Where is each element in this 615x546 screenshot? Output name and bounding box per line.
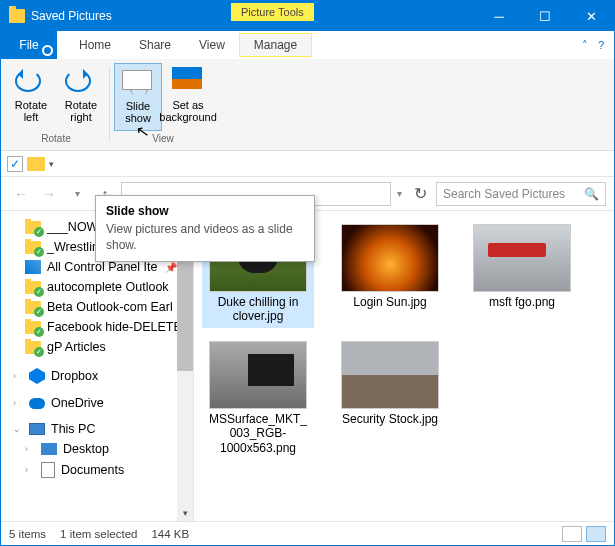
- recent-locations-dropdown[interactable]: ▾: [65, 182, 89, 206]
- titlebar: Saved Pictures Picture Tools ─ ☐ ✕: [1, 1, 614, 31]
- file-menu[interactable]: File: [1, 31, 57, 59]
- file-thumbnail: [342, 342, 438, 408]
- explorer-window: Saved Pictures Picture Tools ─ ☐ ✕ File …: [0, 0, 615, 546]
- tab-home[interactable]: Home: [65, 31, 125, 59]
- file-thumbnail: [210, 342, 306, 408]
- minimize-button[interactable]: ─: [476, 1, 522, 31]
- tree-item[interactable]: Beta Outlook-com Earl📌: [3, 297, 191, 317]
- view-details-button[interactable]: [562, 526, 582, 542]
- tooltip: Slide show View pictures and videos as a…: [95, 195, 315, 262]
- view-thumbnails-button[interactable]: [586, 526, 606, 542]
- help-icon[interactable]: ?: [598, 39, 604, 51]
- rotate-right-icon: [65, 70, 91, 92]
- rotate-left-button[interactable]: Rotate left: [7, 63, 55, 131]
- ribbon-collapse-icon[interactable]: ˄: [582, 39, 588, 52]
- rotate-right-button[interactable]: Rotate right: [57, 63, 105, 131]
- dropbox-icon: [29, 368, 45, 384]
- scroll-down-icon[interactable]: ▾: [177, 505, 193, 521]
- set-as-background-button[interactable]: Set as background: [164, 63, 212, 131]
- folder-icon: [9, 9, 25, 23]
- ribbon: Rotate left Rotate right Rotate Slide sh…: [1, 59, 614, 151]
- status-selection: 1 item selected: [60, 528, 137, 540]
- refresh-button[interactable]: ↻: [408, 184, 432, 203]
- status-item-count: 5 items: [9, 528, 46, 540]
- tree-item-onedrive[interactable]: ›OneDrive: [3, 393, 191, 413]
- slideshow-icon: [122, 70, 152, 90]
- file-item[interactable]: msft fgo.png: [466, 221, 578, 328]
- tab-view[interactable]: View: [185, 31, 239, 59]
- tree-item[interactable]: Facebook hide-DELETE📌: [3, 317, 191, 337]
- pc-icon: [29, 423, 45, 435]
- tooltip-body: View pictures and videos as a slide show…: [106, 222, 304, 253]
- tree-item-desktop[interactable]: ›Desktop: [3, 439, 191, 459]
- tree-item-thispc[interactable]: ⌄This PC: [3, 419, 191, 439]
- file-name: MSSurface_MKT_003_RGB-1000x563.png: [206, 412, 310, 455]
- tree-item-dropbox[interactable]: ›Dropbox: [3, 365, 191, 387]
- background-icon: [172, 67, 202, 89]
- search-box[interactable]: Search Saved Pictures 🔍: [436, 182, 606, 206]
- file-name: Login Sun.jpg: [353, 295, 426, 309]
- file-thumbnail: [474, 225, 570, 291]
- context-tab-picture-tools[interactable]: Picture Tools: [231, 3, 314, 21]
- file-thumbnail: [342, 225, 438, 291]
- file-name: Duke chilling in clover.jpg: [206, 295, 310, 324]
- qat-dropdown[interactable]: ▾: [49, 159, 54, 169]
- address-dropdown[interactable]: ▾: [395, 188, 404, 199]
- select-all-checkbox[interactable]: ✓: [7, 156, 23, 172]
- control-panel-icon: [25, 260, 41, 274]
- close-button[interactable]: ✕: [568, 1, 614, 31]
- file-name: msft fgo.png: [489, 295, 555, 309]
- ring-icon: [42, 45, 53, 56]
- maximize-button[interactable]: ☐: [522, 1, 568, 31]
- onedrive-icon: [29, 398, 45, 409]
- tab-share[interactable]: Share: [125, 31, 185, 59]
- tree-item[interactable]: gP Articles: [3, 337, 191, 357]
- tooltip-title: Slide show: [106, 204, 304, 218]
- slide-show-button[interactable]: Slide show: [114, 63, 162, 131]
- forward-button[interactable]: →: [37, 182, 61, 206]
- tree-item[interactable]: autocomplete Outlook📌: [3, 277, 191, 297]
- file-item[interactable]: Security Stock.jpg: [334, 338, 446, 459]
- ribbon-group-view: View: [152, 131, 174, 146]
- tree-item-documents[interactable]: ›Documents: [3, 459, 191, 481]
- quick-access-toolbar: ✓ ▾: [1, 151, 614, 177]
- folder-icon: [27, 157, 45, 171]
- file-name: Security Stock.jpg: [342, 412, 438, 426]
- documents-icon: [41, 462, 55, 478]
- back-button[interactable]: ←: [9, 182, 33, 206]
- rotate-left-icon: [15, 70, 41, 92]
- menubar: File Home Share View Manage ˄ ?: [1, 31, 614, 59]
- ribbon-group-rotate: Rotate: [41, 131, 70, 146]
- desktop-icon: [41, 443, 57, 455]
- status-size: 144 KB: [151, 528, 189, 540]
- window-title: Saved Pictures: [31, 9, 112, 23]
- search-placeholder: Search Saved Pictures: [443, 187, 565, 201]
- file-item[interactable]: MSSurface_MKT_003_RGB-1000x563.png: [202, 338, 314, 459]
- pin-icon: 📌: [165, 262, 177, 273]
- tab-manage[interactable]: Manage: [239, 33, 312, 57]
- file-item[interactable]: Login Sun.jpg: [334, 221, 446, 328]
- search-icon[interactable]: 🔍: [584, 187, 599, 201]
- status-bar: 5 items 1 item selected 144 KB: [1, 521, 614, 545]
